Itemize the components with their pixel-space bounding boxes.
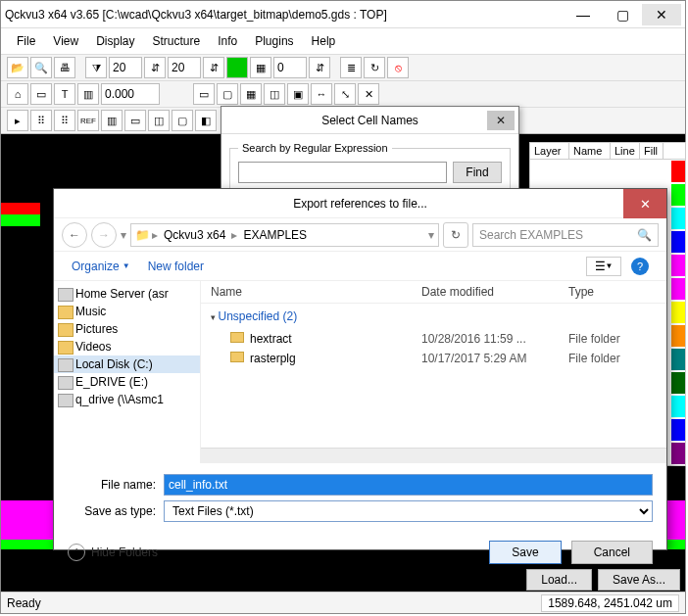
help-button[interactable]: ?	[631, 258, 649, 275]
folder-tree[interactable]: Home Server (asr Music Pictures Videos L…	[54, 281, 201, 463]
tree-item[interactable]: Videos	[54, 338, 200, 355]
t3e[interactable]: ▥	[101, 110, 123, 131]
breadcrumb[interactable]: 📁 ▸ Qckvu3 x64 ▸ EXAMPLES ▾	[130, 223, 439, 247]
t3b[interactable]: ⠿	[30, 110, 52, 131]
layer-swatch[interactable]	[671, 208, 685, 229]
load-button[interactable]: Load...	[526, 569, 592, 591]
sel-e[interactable]: ▣	[287, 83, 309, 105]
sel-c[interactable]: ▦	[240, 83, 262, 105]
tree-item[interactable]: q_drive (\\Asmc1	[54, 391, 200, 408]
menu-file[interactable]: File	[9, 32, 43, 50]
dialog-close-button[interactable]: ✕	[487, 111, 515, 130]
print-icon[interactable]: 🖶	[54, 57, 75, 78]
layer-swatch[interactable]	[671, 443, 685, 464]
export-close-button[interactable]: ✕	[623, 189, 666, 218]
filter-icon[interactable]: ⧩	[85, 57, 107, 78]
organize-button[interactable]: Organize▼	[72, 260, 130, 273]
group-header[interactable]: Unspecified (2)	[201, 304, 666, 329]
cancel-button[interactable]: Cancel	[571, 541, 653, 564]
col-fill[interactable]: Fill	[640, 143, 663, 159]
col-type[interactable]: Type	[568, 285, 657, 299]
stop-icon[interactable]: ⦸	[387, 57, 409, 78]
ref-icon[interactable]: REF	[77, 110, 99, 131]
maximize-button[interactable]: ▢	[603, 4, 642, 25]
layer-swatch[interactable]	[671, 349, 685, 370]
tree-item[interactable]: E_DRIVE (E:)	[54, 373, 200, 391]
layers-icon[interactable]: ≣	[340, 57, 362, 78]
text-tool-icon[interactable]: T	[54, 83, 75, 105]
save-button[interactable]: Save	[489, 541, 561, 564]
layer-swatch[interactable]	[671, 302, 685, 323]
view-button[interactable]: ☰ ▼	[586, 257, 621, 276]
list-item[interactable]: hextract 10/28/2016 11:59 ... File folde…	[201, 329, 666, 349]
open-icon[interactable]: 📂	[7, 57, 28, 78]
layer-swatch[interactable]	[671, 372, 685, 394]
list-item[interactable]: rasterplg 10/17/2017 5:29 AM File folder	[201, 349, 666, 368]
menu-help[interactable]: Help	[304, 32, 344, 50]
tree-item[interactable]: Home Server (asr	[54, 285, 200, 303]
layer-swatch[interactable]	[671, 231, 685, 253]
menu-info[interactable]: Info	[210, 32, 245, 50]
layer-swatch[interactable]	[671, 161, 685, 182]
tool-d[interactable]: ▥	[77, 83, 99, 105]
tree-item[interactable]: Music	[54, 303, 200, 320]
tool-b[interactable]: ▭	[30, 83, 52, 105]
crumb-1[interactable]: EXAMPLES	[239, 228, 311, 242]
home-icon[interactable]: ⌂	[7, 83, 28, 105]
col-name[interactable]: Name	[569, 143, 611, 159]
spin3[interactable]: 0	[273, 57, 307, 78]
tree-item[interactable]: Pictures	[54, 320, 200, 338]
menu-plugins[interactable]: Plugins	[247, 32, 301, 50]
spin2[interactable]: 20	[168, 57, 201, 78]
refresh-icon[interactable]: ↻	[364, 57, 385, 78]
spin3-updn[interactable]: ⇵	[309, 57, 330, 78]
sel-b[interactable]: ▢	[217, 83, 238, 105]
layer-swatch[interactable]	[671, 396, 685, 417]
forward-button[interactable]: →	[91, 222, 117, 248]
find-button[interactable]: Find	[453, 162, 502, 183]
sel-d[interactable]: ◫	[264, 83, 285, 105]
back-button[interactable]: ←	[62, 222, 87, 248]
menu-view[interactable]: View	[45, 32, 86, 50]
dropdown-icon[interactable]: ▾	[121, 228, 126, 242]
tree-item[interactable]: Local Disk (C:)	[54, 355, 200, 373]
col-line[interactable]: Line	[611, 143, 640, 159]
menu-structure[interactable]: Structure	[145, 32, 209, 50]
color-swatch[interactable]	[226, 57, 248, 78]
h-scrollbar[interactable]	[201, 448, 666, 463]
saveas-button[interactable]: Save As...	[598, 569, 680, 591]
layer-swatch[interactable]	[671, 325, 685, 347]
minimize-button[interactable]: —	[564, 4, 603, 25]
search-input[interactable]: Search EXAMPLES 🔍	[472, 223, 659, 247]
sel-f[interactable]: ↔	[311, 83, 332, 105]
refresh-button[interactable]: ↻	[443, 222, 468, 248]
t3i[interactable]: ◧	[195, 110, 217, 131]
sel-g[interactable]: ⤡	[334, 83, 356, 105]
t3c[interactable]: ⠿	[54, 110, 75, 131]
t3f[interactable]: ▭	[124, 110, 146, 131]
t3h[interactable]: ▢	[172, 110, 193, 131]
spin2-updn[interactable]: ⇵	[203, 57, 224, 78]
new-folder-button[interactable]: New folder	[148, 260, 204, 273]
savetype-select[interactable]: Text Files (*.txt)	[164, 500, 653, 522]
spin1[interactable]: 20	[109, 57, 142, 78]
col-date[interactable]: Date modified	[421, 285, 568, 299]
zoom-icon[interactable]: 🔍	[30, 57, 52, 78]
layer-swatch[interactable]	[671, 419, 685, 441]
crumb-0[interactable]: Qckvu3 x64	[160, 228, 229, 242]
crumb-dropdown-icon[interactable]: ▾	[428, 228, 434, 242]
fill-icon[interactable]: ▦	[250, 57, 271, 78]
col-name[interactable]: Name	[211, 285, 421, 299]
layer-swatch[interactable]	[671, 278, 685, 300]
close-button[interactable]: ✕	[642, 4, 681, 25]
sel-a[interactable]: ▭	[193, 83, 215, 105]
regex-input[interactable]	[238, 162, 447, 183]
layer-swatch[interactable]	[671, 255, 685, 276]
col-layer[interactable]: Layer	[530, 143, 569, 159]
layer-swatch[interactable]	[671, 184, 685, 206]
spin1-updn[interactable]: ⇵	[144, 57, 166, 78]
t3g[interactable]: ◫	[148, 110, 170, 131]
menu-display[interactable]: Display	[88, 32, 142, 50]
t3a[interactable]: ▸	[7, 110, 28, 131]
sel-x[interactable]: ✕	[358, 83, 379, 105]
